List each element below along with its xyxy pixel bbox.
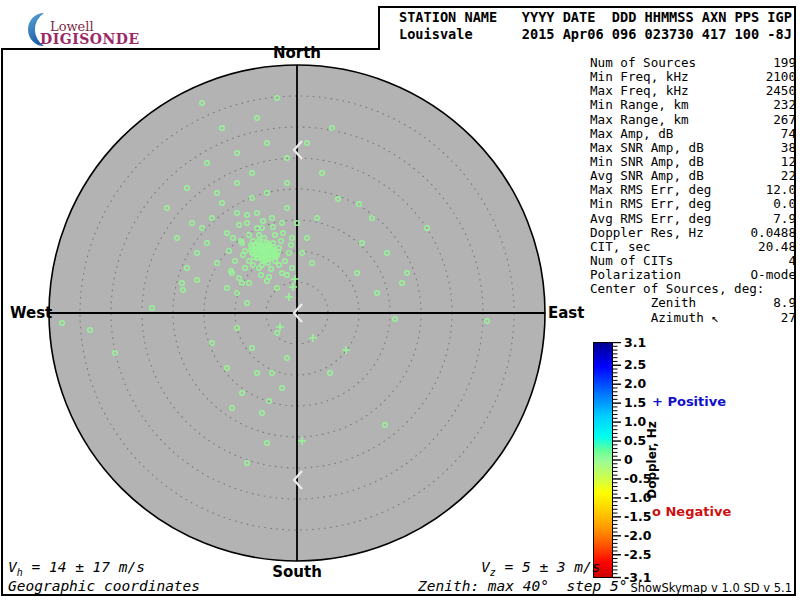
param-label: Max RMS Err, deg	[590, 183, 711, 197]
param-row: Min Freq, kHz2100	[590, 70, 796, 84]
param-row: Min RMS Err, deg0.0	[590, 197, 796, 211]
param-row: Doppler Res, Hz0.0488	[590, 226, 796, 240]
param-value: 2450	[766, 84, 796, 98]
vz-value: = 5 ± 3 m/s	[496, 559, 601, 575]
param-label: Avg RMS Err, deg	[590, 212, 711, 226]
param-label: Azimuth ↖	[590, 311, 719, 325]
param-row: Max Freq, kHz2450	[590, 84, 796, 98]
vertical-velocity-label: Vz = 5 ± 3 m/s	[481, 559, 601, 578]
colorbar-tick-label: 2.5	[624, 358, 668, 371]
param-value: 38	[781, 141, 796, 155]
param-label: Polarization	[590, 268, 681, 282]
colorbar-gradient	[593, 342, 613, 578]
param-label: Num of CITs	[590, 254, 673, 268]
legend-negative: o Negative	[652, 504, 731, 519]
logo-box: Lowell DIGISONDE	[1, 6, 380, 50]
params-panel: Num of Sources199Min Freq, kHz2100Max Fr…	[590, 56, 796, 325]
param-value: 7.9	[773, 212, 796, 226]
param-label: Center of Sources, deg:	[590, 282, 764, 296]
param-value: 0.0488	[751, 226, 797, 240]
param-value: 8.9	[773, 296, 796, 310]
param-label: Min Range, km	[590, 98, 689, 112]
param-row: CIT, sec20.48	[590, 240, 796, 254]
param-label: Doppler Res, Hz	[590, 226, 704, 240]
param-value: 4	[788, 254, 796, 268]
param-label: Max Freq, kHz	[590, 84, 689, 98]
param-label: Min Freq, kHz	[590, 70, 689, 84]
param-value: 199	[773, 56, 796, 70]
colorbar-tick-label: 2.0	[624, 377, 668, 390]
param-row: Avg SNR Amp, dB22	[590, 169, 796, 183]
vh-symbol: V	[8, 559, 17, 575]
compass-west-label: West	[10, 304, 52, 322]
param-row: Max RMS Err, deg12.0	[590, 183, 796, 197]
param-row: Min Range, km232	[590, 98, 796, 112]
colorbar-tick-label: -2.5	[624, 548, 668, 561]
param-value: 12.0	[766, 183, 796, 197]
colorbar-tick-label: 3.1	[624, 336, 668, 349]
compass-north-label: North	[273, 44, 321, 62]
param-row: Num of Sources199	[590, 56, 796, 70]
app-version-label: ShowSkymap v 1.0 SD v 5.1	[630, 581, 792, 595]
coordinates-note: Geographic coordinates	[8, 578, 200, 594]
showskymap-window: Lowell DIGISONDE STATION NAME YYYY DATE …	[0, 0, 800, 600]
param-label: CIT, sec	[590, 240, 651, 254]
horizontal-velocity-label: Vh = 14 ± 17 m/s	[8, 559, 145, 578]
colorbar-title: Doppler, Hz	[645, 399, 660, 521]
header-columns-row: STATION NAME YYYY DATE DDD HHMMSS AXN PP…	[399, 9, 792, 25]
param-label: Max Range, km	[590, 113, 689, 127]
zenith-scale-note: Zenith: max 40° step 5°	[418, 578, 628, 594]
param-row: Max Amp, dB74	[590, 127, 796, 141]
param-value: 27	[781, 311, 796, 325]
param-value: 0.0	[773, 197, 796, 211]
compass-south-label: South	[272, 563, 322, 581]
legend-positive: + Positive	[652, 394, 726, 409]
vz-symbol: V	[481, 559, 490, 575]
param-label: Avg SNR Amp, dB	[590, 169, 704, 183]
param-value: 12	[781, 155, 796, 169]
param-row: Max SNR Amp, dB38	[590, 141, 796, 155]
param-label: Min SNR Amp, dB	[590, 155, 704, 169]
param-label: Max SNR Amp, dB	[590, 141, 704, 155]
param-value: 267	[773, 113, 796, 127]
param-row: Azimuth ↖27	[590, 311, 796, 325]
param-value: 74	[781, 127, 796, 141]
param-row: Max Range, km267	[590, 113, 796, 127]
param-value: O-mode	[751, 268, 797, 282]
param-value: 232	[773, 98, 796, 112]
param-row: Min SNR Amp, dB12	[590, 155, 796, 169]
param-value: 2100	[766, 70, 796, 84]
param-label: Min RMS Err, deg	[590, 197, 711, 211]
param-row: Avg RMS Err, deg7.9	[590, 212, 796, 226]
param-label: Zenith	[590, 296, 696, 310]
param-label: Num of Sources	[590, 56, 696, 70]
vh-value: = 14 ± 17 m/s	[23, 559, 145, 575]
param-row: Num of CITs4	[590, 254, 796, 268]
param-row: Center of Sources, deg:	[590, 282, 796, 296]
header-station-values-row: Louisvale 2015 Apr06 096 023730 417 100 …	[399, 26, 792, 42]
param-value: 22	[781, 169, 796, 183]
param-row: PolarizationO-mode	[590, 268, 796, 282]
param-row: Zenith8.9	[590, 296, 796, 310]
param-label: Max Amp, dB	[590, 127, 673, 141]
logo-digisonde-text: DIGISONDE	[40, 31, 140, 47]
colorbar-tick-label: -2.0	[624, 529, 668, 542]
param-value: 20.48	[758, 240, 796, 254]
compass-east-label: East	[548, 304, 584, 322]
